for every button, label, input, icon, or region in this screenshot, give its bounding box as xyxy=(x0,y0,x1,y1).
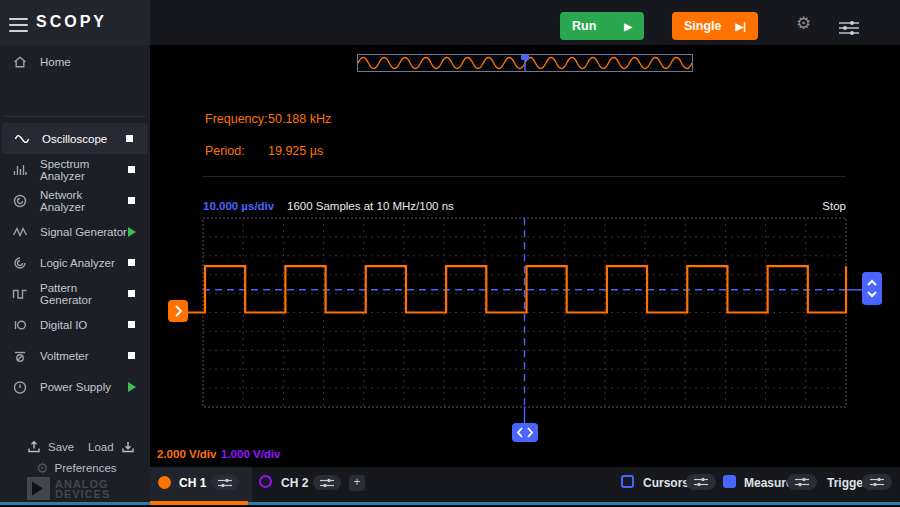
hamburger-menu-icon[interactable] xyxy=(9,14,28,36)
top-bar: SCOPY Run ▶ Single ▶| ⚙ xyxy=(0,0,900,45)
sidebar-item-oscilloscope[interactable]: Oscilloscope xyxy=(2,123,148,154)
period-value: 19.925 µs xyxy=(268,144,323,158)
sidebar-item-label: Spectrum Analyzer xyxy=(40,158,128,182)
analog-devices-logo: ANALOG DEVICES xyxy=(27,477,110,500)
sidebar-item-network-analyzer[interactable]: Network Analyzer xyxy=(0,185,150,216)
preferences-button[interactable]: ⚙ Preferences xyxy=(36,460,117,476)
save-button[interactable]: Save xyxy=(26,439,74,455)
frequency-label: Frequency: xyxy=(205,112,268,126)
sidebar-item-digital-io[interactable]: Digital IO xyxy=(0,309,150,340)
sidebar-item-label: Digital IO xyxy=(40,319,128,331)
cursors-checkbox[interactable] xyxy=(621,475,634,488)
ch1-settings-pill[interactable] xyxy=(211,475,239,490)
sidebar-item-signal-generator[interactable]: Signal Generator xyxy=(0,216,150,247)
ch1-settings-sliders-icon xyxy=(217,478,233,488)
ch1-scale-label[interactable]: 2.000 V/div xyxy=(157,448,216,460)
sweep-preview[interactable] xyxy=(357,54,693,72)
sidebar-item-voltmeter[interactable]: Voltmeter xyxy=(0,340,150,371)
preferences-label: Preferences xyxy=(55,462,117,474)
trigger-settings-pill[interactable] xyxy=(862,474,892,490)
analog-devices-triangle-icon xyxy=(27,477,50,500)
power-supply-icon xyxy=(12,379,28,395)
ch2-settings-sliders-icon xyxy=(319,478,335,488)
oscilloscope-plot[interactable] xyxy=(150,200,900,460)
frequency-value: 50.188 kHz xyxy=(268,112,331,126)
add-channel-button[interactable]: + xyxy=(349,475,365,491)
scopy-app: SCOPY Run ▶ Single ▶| ⚙ Home Oscilloscop… xyxy=(0,0,900,507)
load-icon xyxy=(120,439,136,455)
tool-stop-icon[interactable] xyxy=(128,259,135,266)
sidebar-item-label: Power Supply xyxy=(40,381,128,393)
measure-settings-sliders-icon xyxy=(794,477,810,487)
digital-io-icon xyxy=(12,317,28,333)
sidebar-divider xyxy=(4,116,146,117)
cursors-settings-pill[interactable] xyxy=(686,474,716,490)
sidebar-item-label: Logic Analyzer xyxy=(40,257,128,269)
single-button-label: Single xyxy=(684,19,722,33)
logic-analyzer-icon xyxy=(12,255,28,271)
ch2-scale-label[interactable]: 1.000 V/div xyxy=(221,448,280,460)
chevron-up-down-icon xyxy=(862,272,882,305)
sidebar-item-logic-analyzer[interactable]: Logic Analyzer xyxy=(0,247,150,278)
measure-label[interactable]: Measure xyxy=(744,476,793,490)
tool-stop-icon[interactable] xyxy=(128,197,135,204)
single-button[interactable]: Single ▶| xyxy=(672,12,758,40)
signal-generator-icon xyxy=(12,224,28,240)
app-logo: SCOPY xyxy=(36,13,107,31)
sidebar: Home Oscilloscope Spectrum Analyzer Netw… xyxy=(0,45,150,502)
cursors-label[interactable]: Cursors xyxy=(643,476,689,490)
tool-stop-icon[interactable] xyxy=(128,166,135,173)
brand-line2: DEVICES xyxy=(55,489,110,499)
tool-stop-icon[interactable] xyxy=(128,352,135,359)
run-button-label: Run xyxy=(572,19,596,33)
trigger-position-handle[interactable] xyxy=(512,423,538,442)
oscilloscope-icon xyxy=(14,131,30,147)
bottom-accent-line xyxy=(0,502,900,505)
tool-stop-icon[interactable] xyxy=(128,321,135,328)
save-label: Save xyxy=(48,441,74,453)
sidebar-item-label: Oscilloscope xyxy=(42,133,126,145)
save-icon xyxy=(26,439,42,455)
chevron-left-right-icon xyxy=(512,423,538,442)
ch1-tab-label[interactable]: CH 1 xyxy=(179,476,206,490)
sidebar-item-label: Network Analyzer xyxy=(40,189,128,213)
tool-stop-icon[interactable] xyxy=(126,135,133,142)
play-icon: ▶ xyxy=(624,21,632,32)
tab-ch2[interactable]: CH 2 xyxy=(281,476,308,490)
sidebar-item-pattern-generator[interactable]: Pattern Generator xyxy=(0,278,150,309)
load-label: Load xyxy=(88,441,114,453)
sidebar-item-spectrum-analyzer[interactable]: Spectrum Analyzer xyxy=(0,154,150,185)
ch2-color-ring[interactable] xyxy=(259,475,272,488)
network-analyzer-icon xyxy=(12,193,28,209)
pattern-generator-icon xyxy=(12,286,28,302)
sidebar-item-label: Voltmeter xyxy=(40,350,128,362)
measure-checkbox[interactable] xyxy=(723,475,736,488)
period-label: Period: xyxy=(205,144,245,158)
ch1-active-tab-underline xyxy=(150,501,248,505)
ch1-offset-handle[interactable] xyxy=(168,300,188,322)
ch1-color-dot[interactable] xyxy=(158,476,171,489)
trigger-level-handle[interactable] xyxy=(862,272,882,305)
measure-settings-pill[interactable] xyxy=(787,474,817,490)
tool-play-icon[interactable] xyxy=(128,382,136,392)
tool-play-icon[interactable] xyxy=(128,227,136,237)
sidebar-item-label: Signal Generator xyxy=(40,226,128,238)
chevron-right-icon xyxy=(168,300,188,322)
load-button[interactable]: Load xyxy=(88,439,136,455)
sidebar-item-label: Home xyxy=(40,56,150,68)
ch2-settings-pill[interactable] xyxy=(313,475,341,490)
voltmeter-icon xyxy=(12,348,28,364)
preferences-gear-icon: ⚙ xyxy=(36,460,49,476)
run-button[interactable]: Run ▶ xyxy=(560,12,644,40)
trigger-settings-sliders-icon xyxy=(869,477,885,487)
tool-stop-icon[interactable] xyxy=(128,290,135,297)
sidebar-item-home[interactable]: Home xyxy=(0,50,150,74)
gear-icon[interactable]: ⚙ xyxy=(796,13,811,34)
sidebar-item-label: Pattern Generator xyxy=(40,282,128,306)
cursors-settings-sliders-icon xyxy=(693,477,709,487)
brand-line1: ANALOG xyxy=(55,479,110,489)
home-icon xyxy=(12,54,28,70)
sliders-icon[interactable] xyxy=(838,20,860,36)
sidebar-item-power-supply[interactable]: Power Supply xyxy=(0,371,150,402)
spectrum-analyzer-icon xyxy=(12,162,28,178)
